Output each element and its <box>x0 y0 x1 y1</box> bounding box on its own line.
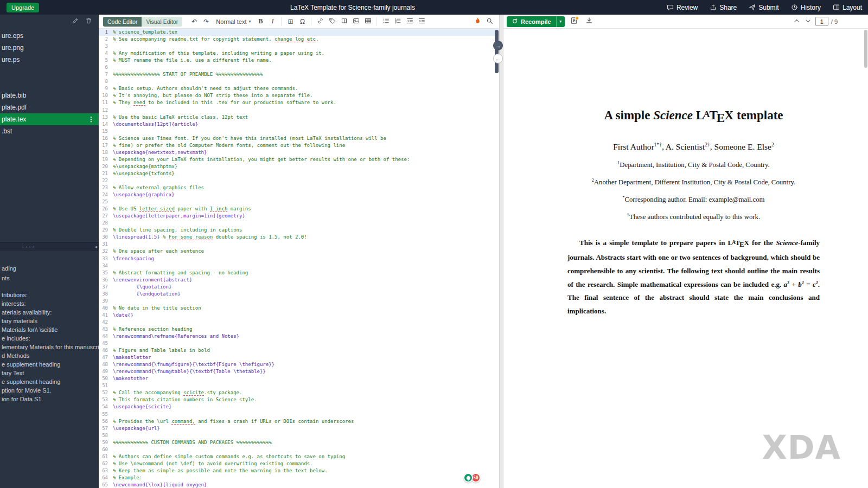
code-line[interactable]: 1% science_template.tex <box>99 29 499 36</box>
code-line[interactable]: 6 <box>99 64 499 71</box>
code-line[interactable]: 64% Example: <box>99 474 499 481</box>
code-line[interactable]: 36\renewenvironment{abstract} <box>99 277 499 284</box>
bold-button[interactable]: B <box>255 16 266 27</box>
code-line[interactable]: 5% MUST rename the file i.e. use a diffe… <box>99 57 499 64</box>
code-line[interactable]: 62% Use \newcommand (not \def) to avoid … <box>99 460 499 467</box>
code-line[interactable]: 58 <box>99 432 499 439</box>
undo-button[interactable]: ↶ <box>189 16 200 27</box>
code-line[interactable]: 10% It's annoying, but please do NOT str… <box>99 92 499 99</box>
code-editor-toggle[interactable]: Code Editor <box>103 17 142 27</box>
code-line[interactable]: 46% Figure and Table labels in bold <box>99 347 499 354</box>
code-line[interactable]: 15 <box>99 128 499 135</box>
code-line[interactable]: 33\frenchspacing <box>99 255 499 262</box>
outline-item[interactable]: aterials availability: <box>0 308 99 317</box>
code-line[interactable]: 9% Basic setup. Authors shouldn't need t… <box>99 85 499 92</box>
file-item[interactable]: .bst <box>0 125 99 137</box>
history-button[interactable]: History <box>785 0 827 15</box>
code-line[interactable]: 59%%%%%%%%%%%% CUSTOM COMMANDS AND PACKA… <box>99 439 499 446</box>
recompile-options-button[interactable]: ▾ <box>556 16 565 27</box>
code-line[interactable]: 55 <box>99 411 499 418</box>
outline-item[interactable]: interests: <box>0 299 99 308</box>
code-line[interactable]: 19% Depending on your LaTeX fonts instal… <box>99 156 499 163</box>
submit-button[interactable]: Submit <box>743 0 784 15</box>
editor-scrollbar[interactable] <box>495 30 499 73</box>
code-line[interactable]: 42 <box>99 319 499 326</box>
rename-file-button[interactable] <box>72 17 79 26</box>
file-item[interactable]: plate.pdf <box>0 101 99 113</box>
code-line[interactable]: 31 <box>99 241 499 248</box>
code-line[interactable]: 54\usepackage{scicite} <box>99 403 499 410</box>
paragraph-style-select[interactable]: Normal text ▾ <box>213 18 254 25</box>
redo-button[interactable]: ↷ <box>201 16 212 27</box>
code-line[interactable]: 21%\usepackage{txfonts} <box>99 170 499 177</box>
sync-to-pdf-button[interactable]: → <box>493 41 503 50</box>
pdf-scrollbar[interactable] <box>864 30 867 68</box>
code-line[interactable]: 47\makeatletter <box>99 354 499 361</box>
code-line[interactable]: 8 <box>99 78 499 85</box>
compile-logs-button[interactable] <box>568 16 580 27</box>
outline-item[interactable]: ading <box>0 264 99 273</box>
outline-item[interactable]: lementary Materials for this manuscript: <box>0 343 99 351</box>
code-line[interactable]: 16% Science uses Times font. If you don'… <box>99 135 499 142</box>
code-line[interactable]: 32% One space after each sentence <box>99 248 499 255</box>
code-line[interactable]: 51 <box>99 382 499 389</box>
code-line[interactable]: 2% See accompanying readme.txt for copyr… <box>99 36 499 43</box>
code-line[interactable]: 41\date{} <box>99 312 499 319</box>
code-line[interactable]: 3 <box>99 43 499 50</box>
code-line[interactable]: 61% Authors can define simple custom com… <box>99 453 499 460</box>
insert-math-button[interactable]: ⊞ <box>285 16 296 27</box>
bullet-list-button[interactable] <box>380 16 391 27</box>
code-line[interactable]: 49\renewcommand{\fnum@table}{\textbf{Tab… <box>99 368 499 375</box>
delete-file-button[interactable] <box>85 17 92 26</box>
collapse-panel-icon[interactable]: ◂ <box>94 244 97 249</box>
outline-item[interactable]: e supplement heading <box>0 360 99 369</box>
increase-indent-button[interactable] <box>416 16 427 27</box>
visual-editor-toggle[interactable]: Visual Editor <box>142 17 182 27</box>
sync-to-code-button[interactable]: ← <box>493 54 503 63</box>
upgrade-button[interactable]: Upgrade <box>7 3 39 12</box>
search-button[interactable] <box>484 16 495 27</box>
insert-cross-reference-button[interactable] <box>327 16 337 27</box>
file-menu-icon[interactable]: ⋮ <box>88 115 94 123</box>
code-line[interactable]: 43% Reference section heading <box>99 326 499 333</box>
code-line[interactable]: 28 <box>99 220 499 227</box>
code-editor[interactable]: 1% science_template.tex2% See accompanyi… <box>99 29 499 488</box>
page-number-input[interactable] <box>815 17 828 26</box>
outline-item[interactable]: tary materials <box>0 317 99 325</box>
code-line[interactable]: 48\renewcommand{\fnum@figure}{\textbf{Fi… <box>99 361 499 368</box>
code-line[interactable]: 30\linespread{1.5} % For some reason dou… <box>99 234 499 241</box>
outline-item[interactable]: tary Text <box>0 369 99 377</box>
code-line[interactable]: 56% Provides the \url command, and fixes… <box>99 418 499 425</box>
outline-item[interactable]: ption for Movie S1. <box>0 386 99 395</box>
share-button[interactable]: Share <box>704 0 743 15</box>
code-line[interactable]: 50\makeatother <box>99 375 499 382</box>
code-line[interactable]: 45 <box>99 340 499 347</box>
code-line[interactable]: 7%%%%%%%%%%%%%%%% START OF PREAMBLE %%%%… <box>99 71 499 78</box>
insert-link-button[interactable] <box>315 16 326 27</box>
code-line[interactable]: 40% No date in the title section <box>99 305 499 312</box>
code-line[interactable]: 35% Abstract formatting and spacing - no… <box>99 269 499 277</box>
file-item[interactable]: plate.bib <box>0 89 99 101</box>
code-line[interactable]: 63% Keep them as simple as possible and … <box>99 467 499 474</box>
grammar-widget[interactable]: 50 <box>463 473 481 483</box>
code-line[interactable]: 13% Use the basic LaTeX article class, 1… <box>99 114 499 121</box>
review-button[interactable]: Review <box>661 0 704 15</box>
file-item[interactable]: ure.ps <box>0 54 99 66</box>
recompile-button[interactable]: Recompile <box>507 16 556 27</box>
code-line[interactable]: 27\usepackage[letterpaper,margin=1in]{ge… <box>99 213 499 220</box>
file-item[interactable]: ure.png <box>0 42 99 54</box>
layout-button[interactable]: Layout <box>827 0 868 15</box>
insert-symbol-button[interactable]: Ω <box>297 16 308 27</box>
code-line[interactable]: 18\usepackage{newtxtext,newtxmath} <box>99 149 499 156</box>
code-line[interactable]: 39 <box>99 298 499 305</box>
previous-page-button[interactable] <box>793 17 801 27</box>
grammar-pin-icon[interactable] <box>463 473 473 483</box>
code-line[interactable]: 25 <box>99 198 499 206</box>
code-line[interactable]: 23% Allow external graphics files <box>99 184 499 191</box>
panel-resize-handle[interactable]: ···· ◂ <box>0 242 99 251</box>
code-line[interactable]: 57\usepackage{url} <box>99 425 499 432</box>
code-line[interactable]: 14\documentclass[12pt]{article} <box>99 121 499 128</box>
code-line[interactable]: 11% They need to be included in this .te… <box>99 99 499 106</box>
outline-item[interactable]: e includes: <box>0 334 99 343</box>
outline-item[interactable]: e supplement heading <box>0 377 99 386</box>
